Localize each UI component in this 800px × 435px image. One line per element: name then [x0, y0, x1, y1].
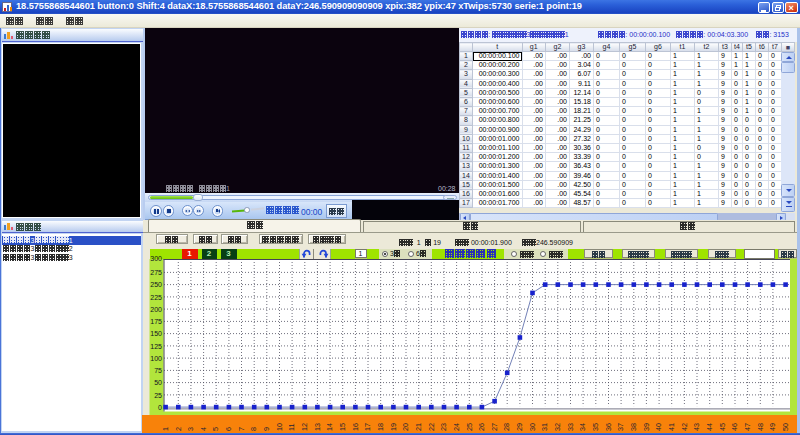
svg-text:200: 200 — [150, 305, 162, 312]
svg-text:0: 0 — [158, 403, 162, 410]
svg-text:49: 49 — [768, 423, 777, 431]
svg-text:48: 48 — [756, 423, 765, 431]
svg-text:32: 32 — [553, 423, 562, 431]
svg-text:36: 36 — [604, 423, 613, 431]
svg-text:31: 31 — [540, 423, 549, 431]
svg-text:42: 42 — [680, 423, 689, 431]
svg-text:8: 8 — [249, 427, 258, 431]
svg-text:37: 37 — [616, 423, 625, 431]
svg-text:225: 225 — [150, 293, 162, 300]
svg-text:39: 39 — [642, 423, 651, 431]
svg-text:12: 12 — [300, 423, 309, 431]
svg-text:46: 46 — [730, 423, 739, 431]
svg-text:11: 11 — [287, 423, 296, 430]
svg-text:3: 3 — [186, 427, 195, 431]
svg-text:41: 41 — [667, 423, 676, 431]
svg-text:45: 45 — [718, 423, 727, 431]
svg-text:6: 6 — [224, 427, 233, 431]
svg-text:50: 50 — [154, 379, 162, 386]
svg-text:7: 7 — [237, 427, 246, 431]
svg-text:4: 4 — [199, 427, 208, 431]
svg-text:50: 50 — [781, 423, 790, 431]
svg-text:250: 250 — [150, 281, 162, 288]
svg-text:275: 275 — [150, 269, 162, 276]
svg-text:40: 40 — [654, 423, 663, 431]
svg-text:20: 20 — [401, 423, 410, 431]
svg-text:22: 22 — [427, 423, 436, 431]
svg-text:44: 44 — [705, 423, 714, 431]
svg-text:38: 38 — [629, 423, 638, 431]
svg-text:24: 24 — [452, 423, 461, 431]
svg-text:23: 23 — [439, 423, 448, 431]
svg-text:27: 27 — [490, 423, 499, 431]
svg-text:25: 25 — [154, 391, 162, 398]
svg-text:75: 75 — [154, 367, 162, 374]
svg-text:125: 125 — [150, 342, 162, 349]
svg-text:17: 17 — [363, 423, 372, 431]
svg-text:175: 175 — [150, 318, 162, 325]
svg-text:100: 100 — [150, 354, 162, 361]
svg-text:13: 13 — [313, 423, 322, 431]
svg-text:26: 26 — [477, 423, 486, 431]
svg-text:14: 14 — [325, 423, 334, 431]
svg-text:29: 29 — [515, 423, 524, 431]
svg-text:43: 43 — [692, 423, 701, 431]
svg-text:34: 34 — [578, 423, 587, 431]
svg-text:47: 47 — [743, 423, 752, 431]
svg-text:1: 1 — [161, 427, 170, 431]
svg-text:25: 25 — [465, 423, 474, 431]
svg-text:35: 35 — [591, 423, 600, 431]
svg-text:10: 10 — [275, 423, 284, 431]
svg-text:150: 150 — [150, 330, 162, 337]
svg-text:19: 19 — [389, 423, 398, 431]
svg-text:33: 33 — [566, 423, 575, 431]
svg-text:15: 15 — [338, 423, 347, 431]
svg-text:5: 5 — [211, 427, 220, 431]
svg-text:18: 18 — [376, 423, 385, 431]
svg-text:21: 21 — [414, 423, 423, 431]
svg-text:9: 9 — [262, 427, 271, 431]
svg-text:2: 2 — [174, 427, 183, 431]
svg-text:28: 28 — [502, 423, 511, 431]
svg-text:16: 16 — [351, 423, 360, 431]
svg-text:30: 30 — [528, 423, 537, 431]
